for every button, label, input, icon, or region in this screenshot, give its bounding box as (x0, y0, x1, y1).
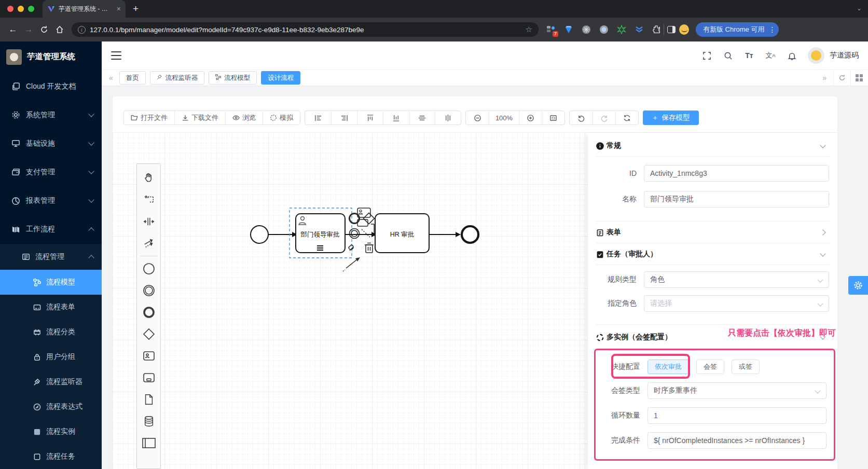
simulate-button[interactable]: 模拟 (263, 111, 300, 125)
extension-circle-icon[interactable] (581, 25, 591, 35)
end-event-shape[interactable] (462, 226, 478, 243)
back-button[interactable]: ← (5, 22, 21, 37)
zoom-fit-button[interactable] (542, 111, 564, 125)
align-left-button[interactable] (305, 111, 331, 125)
zoom-out-button[interactable] (466, 111, 489, 125)
pad-append-gateway[interactable] (364, 213, 375, 224)
palette-user-task[interactable] (139, 345, 159, 367)
align-bottom-button[interactable] (383, 111, 409, 125)
page-tab-design[interactable]: 设计流程 (261, 71, 300, 85)
pad-connection-arrow[interactable] (346, 260, 356, 268)
sidebar-item-payment[interactable]: 支付管理 (0, 158, 102, 187)
reload-button[interactable] (36, 22, 52, 37)
sidebar-item-system[interactable]: 系统管理 (0, 101, 102, 129)
palette-hand-tool[interactable] (139, 167, 159, 189)
side-panel-icon[interactable] (666, 25, 676, 35)
context-pad[interactable] (343, 208, 375, 271)
sidebar-item-workflow[interactable]: 工作流程 (0, 215, 102, 244)
browser-menu-icon[interactable]: ⋮ (768, 25, 776, 34)
name-input[interactable] (644, 191, 829, 208)
browser-tab[interactable]: 芋道管理系统 - 设计流程 × (43, 0, 126, 18)
notification-bell-icon[interactable] (787, 50, 797, 61)
sidebar-item-process-form[interactable]: 流程表单 (0, 295, 102, 320)
open-file-button[interactable]: 打开文件 (124, 111, 174, 125)
align-center-horizontal-button[interactable] (409, 111, 435, 125)
redo-button[interactable] (593, 111, 615, 125)
extension-star-icon[interactable] (616, 25, 626, 35)
palette-gateway[interactable] (139, 323, 159, 345)
tabs-scroll-right-icon[interactable]: » (820, 74, 829, 82)
url-text[interactable]: 127.0.0.1/bpm/manager/model/edit?modelId… (90, 26, 521, 34)
extension-gem-icon[interactable] (563, 25, 573, 35)
quick-option-countersign[interactable]: 会签 (696, 360, 724, 374)
sign-type-select[interactable]: 时序多重事件 (647, 382, 826, 399)
address-bar[interactable]: i 127.0.0.1/bpm/manager/model/edit?model… (72, 22, 539, 37)
forward-button[interactable]: → (21, 22, 36, 37)
pad-connect-tool[interactable] (362, 229, 370, 237)
loop-count-input[interactable] (647, 407, 826, 424)
minimize-window-button[interactable] (18, 6, 24, 12)
home-button[interactable] (52, 22, 67, 37)
complete-condition-input[interactable] (647, 432, 826, 449)
extension-ring-icon[interactable] (599, 25, 609, 35)
user-avatar[interactable] (808, 47, 824, 64)
quick-option-orsign[interactable]: 或签 (732, 360, 760, 374)
section-form[interactable]: 表单 (596, 222, 829, 243)
download-file-button[interactable]: 下载文件 (174, 111, 225, 125)
page-tab-model[interactable]: 流程模型 (209, 71, 257, 85)
sidebar-item-process-category[interactable]: 流程分类 (0, 320, 102, 344)
restart-button[interactable] (615, 111, 638, 125)
palette-subprocess[interactable] (139, 367, 159, 389)
page-tab-home[interactable]: 首页 (119, 71, 146, 85)
align-center-vertical-button[interactable] (435, 111, 461, 125)
sidebar-item-process-instance[interactable]: 流程实例 (0, 419, 102, 444)
undo-button[interactable] (570, 111, 593, 125)
fullscreen-icon[interactable] (701, 50, 712, 61)
tabs-scroll-left-icon[interactable]: « (107, 74, 115, 82)
palette-space-tool[interactable] (139, 211, 159, 232)
palette-connect-tool[interactable] (139, 232, 159, 254)
palette-start-event[interactable] (139, 258, 159, 280)
refresh-page-icon[interactable] (838, 74, 846, 81)
close-tab-icon[interactable]: × (117, 5, 121, 12)
palette-end-event[interactable] (139, 301, 159, 323)
extension-chevrons-icon[interactable] (634, 25, 644, 35)
extensions-puzzle-icon[interactable] (652, 25, 662, 35)
theme-settings-button[interactable] (848, 276, 868, 295)
zoom-window-button[interactable] (28, 6, 34, 12)
window-controls[interactable] (7, 6, 34, 12)
save-model-button[interactable]: ＋ 保存模型 (643, 111, 699, 125)
align-right-button[interactable] (331, 111, 357, 125)
role-select[interactable]: 请选择 (644, 295, 829, 312)
palette-intermediate-event[interactable] (139, 280, 159, 301)
new-tab-button[interactable]: + (133, 3, 139, 15)
sidebar-item-process-task[interactable]: 流程任务 (0, 444, 102, 469)
app-logo[interactable]: 芋道管理系统 (0, 42, 102, 72)
extension-adblock-icon[interactable]: 7 (546, 25, 556, 35)
sidebar-item-infra[interactable]: 基础设施 (0, 129, 102, 158)
rule-type-select[interactable]: 角色 (644, 271, 829, 288)
id-input[interactable] (644, 165, 829, 182)
close-window-button[interactable] (7, 6, 13, 12)
sidebar-item-report[interactable]: 报表管理 (0, 187, 102, 215)
sidebar-item-process-model[interactable]: 流程模型 (0, 270, 102, 295)
user-name[interactable]: 芋道源码 (830, 51, 859, 60)
section-task-assignee[interactable]: 任务（审批人） (596, 243, 829, 265)
bookmark-star-icon[interactable]: ☆ (526, 25, 532, 34)
site-info-icon[interactable]: i (78, 26, 86, 34)
pad-trash-icon[interactable] (365, 243, 374, 253)
palette-data-store[interactable] (139, 410, 159, 432)
page-tab-listener[interactable]: 流程监听器 (150, 71, 205, 85)
chrome-update-button[interactable]: 有新版 Chrome 可用 ⋮ (696, 22, 779, 37)
sidebar-item-cloud-docs[interactable]: Cloud 开发文档 (0, 72, 102, 101)
sidebar-item-process-management[interactable]: 流程管理 (0, 244, 102, 270)
preview-button[interactable]: 浏览 (225, 111, 263, 125)
collapse-menu-icon[interactable] (111, 51, 121, 60)
sidebar-item-process-listener[interactable]: 流程监听器 (0, 369, 102, 394)
profile-avatar[interactable] (679, 25, 689, 35)
sidebar-item-user-group[interactable]: 用户分组 (0, 344, 102, 369)
pad-wrench-icon[interactable] (349, 245, 353, 251)
quick-option-sequential[interactable]: 依次审批 (647, 360, 689, 374)
palette-file[interactable] (139, 389, 159, 410)
layout-grid-icon[interactable] (856, 74, 863, 81)
